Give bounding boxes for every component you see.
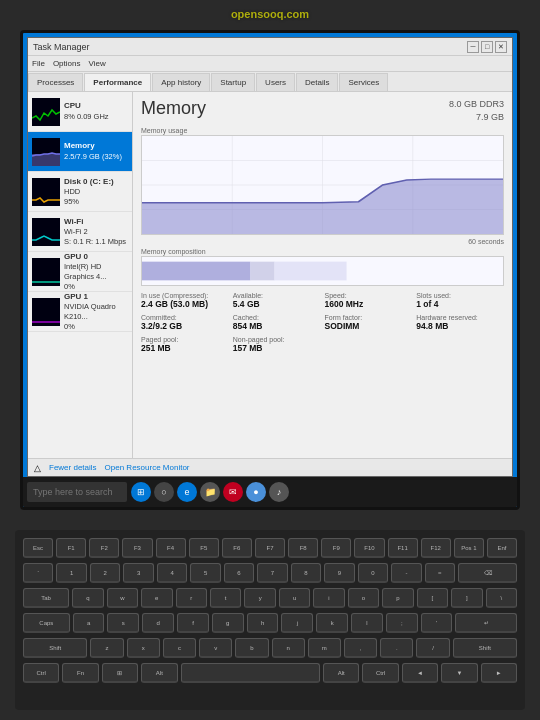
key-alt-right[interactable]: Alt: [323, 663, 359, 683]
key-i[interactable]: i: [313, 588, 344, 608]
key-v[interactable]: v: [199, 638, 232, 658]
minimize-button[interactable]: ─: [467, 41, 479, 53]
key-esc[interactable]: Esc: [23, 538, 53, 558]
key-a[interactable]: a: [73, 613, 105, 633]
tab-processes[interactable]: Processes: [28, 73, 83, 91]
sidebar-item-memory[interactable]: Memory 2.5/7.9 GB (32%): [28, 132, 132, 172]
key-4[interactable]: 4: [157, 563, 187, 583]
maximize-button[interactable]: □: [481, 41, 493, 53]
key-f[interactable]: f: [177, 613, 209, 633]
close-button[interactable]: ✕: [495, 41, 507, 53]
key-caps[interactable]: Caps: [23, 613, 70, 633]
key-lbracket[interactable]: [: [417, 588, 448, 608]
key-ctrl-left[interactable]: Ctrl: [23, 663, 59, 683]
tab-details[interactable]: Details: [296, 73, 338, 91]
key-2[interactable]: 2: [90, 563, 120, 583]
key-0[interactable]: 0: [358, 563, 388, 583]
tab-performance[interactable]: Performance: [84, 73, 151, 91]
key-period[interactable]: .: [380, 638, 413, 658]
tab-startup[interactable]: Startup: [211, 73, 255, 91]
key-r[interactable]: r: [176, 588, 207, 608]
key-p[interactable]: p: [382, 588, 413, 608]
key-left[interactable]: ◄: [402, 663, 438, 683]
key-down[interactable]: ▼: [441, 663, 477, 683]
key-h[interactable]: h: [247, 613, 279, 633]
key-f7[interactable]: F7: [255, 538, 285, 558]
key-s[interactable]: s: [107, 613, 139, 633]
key-ctrl-right[interactable]: Ctrl: [362, 663, 398, 683]
tab-users[interactable]: Users: [256, 73, 295, 91]
key-l[interactable]: l: [351, 613, 383, 633]
key-1[interactable]: 1: [56, 563, 86, 583]
music-icon[interactable]: ♪: [269, 482, 289, 502]
key-n[interactable]: n: [272, 638, 305, 658]
taskbar-search[interactable]: [27, 482, 127, 502]
start-button[interactable]: ⊞: [131, 482, 151, 502]
key-backspace[interactable]: ⌫: [458, 563, 517, 583]
key-win[interactable]: ⊞: [102, 663, 138, 683]
key-7[interactable]: 7: [257, 563, 287, 583]
key-f2[interactable]: F2: [89, 538, 119, 558]
key-enf[interactable]: Enf: [487, 538, 517, 558]
key-e[interactable]: e: [141, 588, 172, 608]
key-5[interactable]: 5: [190, 563, 220, 583]
key-enter[interactable]: ↵: [455, 613, 517, 633]
sidebar-item-gpu1[interactable]: GPU 1 NVIDIA Quadro K210... 0%: [28, 292, 132, 332]
fewer-details-link[interactable]: Fewer details: [49, 463, 97, 472]
cortana-icon[interactable]: ○: [154, 482, 174, 502]
key-f6[interactable]: F6: [222, 538, 252, 558]
key-m[interactable]: m: [308, 638, 341, 658]
key-slash[interactable]: /: [416, 638, 449, 658]
key-backslash[interactable]: \: [486, 588, 517, 608]
key-space[interactable]: [181, 663, 321, 683]
key-f3[interactable]: F3: [122, 538, 152, 558]
key-f12[interactable]: F12: [421, 538, 451, 558]
key-c[interactable]: c: [163, 638, 196, 658]
sidebar-item-gpu0[interactable]: GPU 0 Intel(R) HD Graphics 4... 0%: [28, 252, 132, 292]
key-fn[interactable]: Fn: [62, 663, 98, 683]
tab-services[interactable]: Services: [339, 73, 388, 91]
key-6[interactable]: 6: [224, 563, 254, 583]
key-f10[interactable]: F10: [354, 538, 384, 558]
menu-file[interactable]: File: [32, 59, 45, 68]
key-f4[interactable]: F4: [156, 538, 186, 558]
key-g[interactable]: g: [212, 613, 244, 633]
chrome-icon[interactable]: ●: [246, 482, 266, 502]
key-o[interactable]: o: [348, 588, 379, 608]
key-t[interactable]: t: [210, 588, 241, 608]
sidebar-item-wifi[interactable]: Wi-Fi Wi-Fi 2 S: 0.1 R: 1.1 Mbps: [28, 212, 132, 252]
key-3[interactable]: 3: [123, 563, 153, 583]
key-b[interactable]: b: [235, 638, 268, 658]
key-shift-right[interactable]: Shift: [453, 638, 517, 658]
key-shift-left[interactable]: Shift: [23, 638, 87, 658]
key-minus[interactable]: -: [391, 563, 421, 583]
folder-icon[interactable]: 📁: [200, 482, 220, 502]
open-monitor-link[interactable]: Open Resource Monitor: [105, 463, 190, 472]
key-semicolon[interactable]: ;: [386, 613, 418, 633]
key-quote[interactable]: ': [421, 613, 453, 633]
key-f11[interactable]: F11: [388, 538, 418, 558]
key-y[interactable]: y: [244, 588, 275, 608]
key-j[interactable]: j: [281, 613, 313, 633]
key-comma[interactable]: ,: [344, 638, 377, 658]
key-q[interactable]: q: [72, 588, 103, 608]
key-f5[interactable]: F5: [189, 538, 219, 558]
key-f8[interactable]: F8: [288, 538, 318, 558]
key-tab[interactable]: Tab: [23, 588, 69, 608]
key-z[interactable]: z: [90, 638, 123, 658]
mail-icon[interactable]: ✉: [223, 482, 243, 502]
menu-options[interactable]: Options: [53, 59, 81, 68]
tab-app-history[interactable]: App history: [152, 73, 210, 91]
key-alt-left[interactable]: Alt: [141, 663, 177, 683]
key-k[interactable]: k: [316, 613, 348, 633]
key-f1[interactable]: F1: [56, 538, 86, 558]
key-backtick[interactable]: `: [23, 563, 53, 583]
key-equals[interactable]: =: [425, 563, 455, 583]
key-x[interactable]: x: [127, 638, 160, 658]
menu-view[interactable]: View: [88, 59, 105, 68]
key-right[interactable]: ►: [481, 663, 517, 683]
key-f9[interactable]: F9: [321, 538, 351, 558]
sidebar-item-cpu[interactable]: CPU 8% 0.09 GHz: [28, 92, 132, 132]
sidebar-item-disk[interactable]: Disk 0 (C: E:) HDD 95%: [28, 172, 132, 212]
key-w[interactable]: w: [107, 588, 138, 608]
